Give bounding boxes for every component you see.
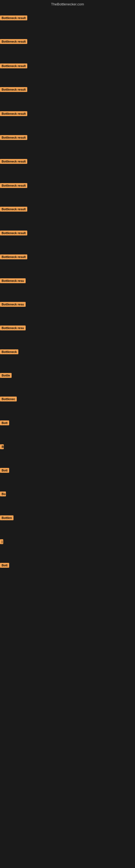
bottleneck-item: Bottleneck result: [0, 230, 27, 237]
bottleneck-item: Bo: [0, 492, 6, 497]
bottleneck-item: B: [0, 444, 4, 450]
bottleneck-item: Bottleneck resu: [0, 278, 26, 284]
bottleneck-item: Bottleneck result: [0, 135, 27, 141]
bottleneck-label: Bottle: [0, 373, 12, 378]
bottleneck-item: Bottle: [0, 373, 12, 379]
bottleneck-item: Bottleneck result: [0, 87, 27, 93]
bottleneck-item: Bottleneck result: [0, 63, 27, 69]
bottleneck-label: B: [0, 444, 4, 449]
bottleneck-label: Bottlenec: [0, 397, 17, 401]
bottleneck-item: Bottlenec: [0, 397, 17, 403]
bottleneck-label: Bottleneck: [0, 349, 18, 354]
bottleneck-item: Bott: [0, 563, 9, 569]
bottleneck-item: Bottleneck: [0, 349, 18, 355]
bottleneck-label: Bottleneck result: [0, 183, 27, 188]
bottleneck-label: Bottleneck resu: [0, 326, 26, 330]
bottleneck-item: Bottleneck result: [0, 39, 27, 45]
bottleneck-label: Bottleneck result: [0, 207, 27, 212]
bottleneck-label: Bottleneck result: [0, 230, 27, 236]
bottleneck-label: Bottleneck resu: [0, 278, 26, 283]
bottleneck-label: |: [0, 539, 3, 544]
bottleneck-item: Bottleneck result: [0, 183, 27, 189]
bottleneck-item: Bottleneck result: [0, 16, 27, 22]
bottleneck-label: Bottlen: [0, 516, 13, 520]
bottleneck-item: Bottleneck resu: [0, 326, 26, 332]
bottleneck-item: Bottleneck result: [0, 111, 27, 117]
bottleneck-item: Bott: [0, 421, 9, 426]
bottleneck-label: Bottleneck result: [0, 159, 27, 164]
bottleneck-item: Bottleneck resu: [0, 302, 26, 308]
bottleneck-label: Bott: [0, 421, 9, 425]
bottleneck-label: Bottleneck resu: [0, 302, 26, 307]
bottleneck-label: Bott: [0, 563, 9, 568]
bottleneck-label: Bo: [0, 492, 6, 496]
bottleneck-label: Bott: [0, 468, 9, 473]
bottleneck-label: Bottleneck result: [0, 87, 27, 92]
bottleneck-item: Bott: [0, 468, 9, 474]
bottleneck-item: Bottlen: [0, 516, 13, 521]
bottleneck-item: |: [0, 539, 3, 545]
bottleneck-label: Bottleneck result: [0, 16, 27, 20]
bottleneck-item: Bottleneck result: [0, 159, 27, 165]
site-title: TheBottlenecker.com: [0, 0, 135, 7]
bottleneck-label: Bottleneck result: [0, 111, 27, 116]
bottleneck-label: Bottleneck result: [0, 254, 27, 259]
bottleneck-label: Bottleneck result: [0, 39, 27, 44]
bottleneck-item: Bottleneck result: [0, 254, 27, 260]
bottleneck-label: Bottleneck result: [0, 63, 27, 68]
bottleneck-label: Bottleneck result: [0, 135, 27, 140]
bottleneck-item: Bottleneck result: [0, 207, 27, 213]
